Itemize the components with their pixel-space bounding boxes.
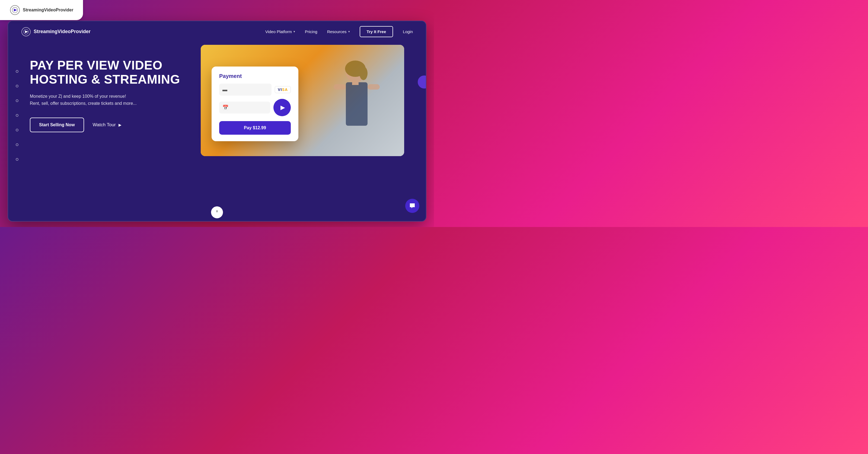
hero-content: PAY PER VIEW VIDEO HOSTING & STREAMING M…: [30, 53, 201, 132]
nav-dot-4[interactable]: [16, 114, 19, 117]
nav-resources[interactable]: Resources ▾: [327, 29, 350, 34]
woman-silhouette: [307, 58, 382, 156]
hero-title: PAY PER VIEW VIDEO HOSTING & STREAMING: [30, 58, 201, 86]
navbar: StreamingVideoProvider Video Platform ▾ …: [8, 21, 426, 42]
nav-dot-6[interactable]: [16, 143, 19, 146]
payment-card: Payment ▬ VISA 📅 ▶: [212, 66, 299, 141]
scroll-icon: [214, 209, 220, 215]
hero-subtitle-line1: Monetize your Z| and keep 100% of your r…: [30, 93, 201, 100]
chevron-down-icon: ▾: [293, 30, 295, 33]
card-date-field[interactable]: 📅: [219, 102, 270, 113]
watch-tour-label: Watch Tour: [93, 122, 116, 127]
visa-badge: VISA: [275, 86, 291, 93]
nav-video-platform[interactable]: Video Platform ▾: [265, 29, 295, 34]
top-logo-tab: StreamingVideoProvider: [0, 0, 83, 20]
try-it-free-button[interactable]: Try It Free: [360, 26, 393, 37]
hero-visual: Payment ▬ VISA 📅 ▶: [195, 53, 404, 156]
top-logo-text: StreamingVideoProvider: [23, 8, 73, 12]
hero-subtitle: Monetize your Z| and keep 100% of your r…: [30, 93, 201, 107]
nav-links: Video Platform ▾ Pricing Resources ▾ Try…: [265, 26, 413, 37]
nav-dot-3[interactable]: [16, 100, 19, 102]
nav-dot-7[interactable]: [16, 158, 19, 161]
nav-logo-icon: [21, 27, 31, 37]
svg-rect-9: [346, 82, 368, 126]
card-number-field[interactable]: ▬: [219, 84, 272, 95]
svg-marker-5: [25, 30, 28, 33]
left-dots: [16, 70, 19, 161]
chat-bubble[interactable]: [405, 199, 420, 213]
top-logo-icon: [10, 5, 20, 15]
svg-rect-10: [334, 84, 346, 90]
start-selling-button[interactable]: Start Selling Now: [30, 118, 84, 132]
nav-logo[interactable]: StreamingVideoProvider: [21, 27, 91, 37]
svg-rect-11: [368, 84, 380, 90]
nav-dot-1[interactable]: [16, 70, 19, 73]
login-button[interactable]: Login: [403, 29, 413, 34]
payment-card-title: Payment: [219, 73, 291, 79]
payment-lower-row: 📅 ▶: [219, 99, 291, 116]
play-arrow-icon: ▶: [119, 123, 122, 127]
watch-tour-button[interactable]: Watch Tour ▶: [93, 122, 122, 127]
nav-dot-5[interactable]: [16, 129, 19, 132]
calendar-icon: 📅: [222, 105, 228, 111]
card-icon: ▬: [222, 87, 227, 93]
svg-point-14: [216, 210, 218, 211]
nav-pricing[interactable]: Pricing: [305, 29, 317, 34]
browser-window: StreamingVideoProvider Video Platform ▾ …: [8, 21, 426, 222]
pay-button[interactable]: Pay $12.99: [219, 121, 291, 135]
hero-subtitle-line2: Rent, sell, offer subscriptions, create …: [30, 100, 201, 107]
nav-logo-text: StreamingVideoProvider: [34, 29, 91, 34]
hero-actions: Start Selling Now Watch Tour ▶: [30, 118, 201, 132]
svg-rect-12: [352, 81, 359, 85]
payment-card-row: ▬ VISA: [219, 84, 291, 95]
play-triangle-icon: ▶: [280, 104, 285, 111]
play-button[interactable]: ▶: [273, 99, 291, 116]
hero-section: PAY PER VIEW VIDEO HOSTING & STREAMING M…: [8, 42, 426, 222]
chevron-down-icon-2: ▾: [348, 30, 350, 33]
svg-marker-2: [14, 9, 17, 11]
scroll-indicator[interactable]: [211, 206, 223, 218]
svg-point-8: [360, 66, 368, 80]
nav-dot-2[interactable]: [16, 85, 19, 87]
chat-icon: [409, 202, 416, 209]
